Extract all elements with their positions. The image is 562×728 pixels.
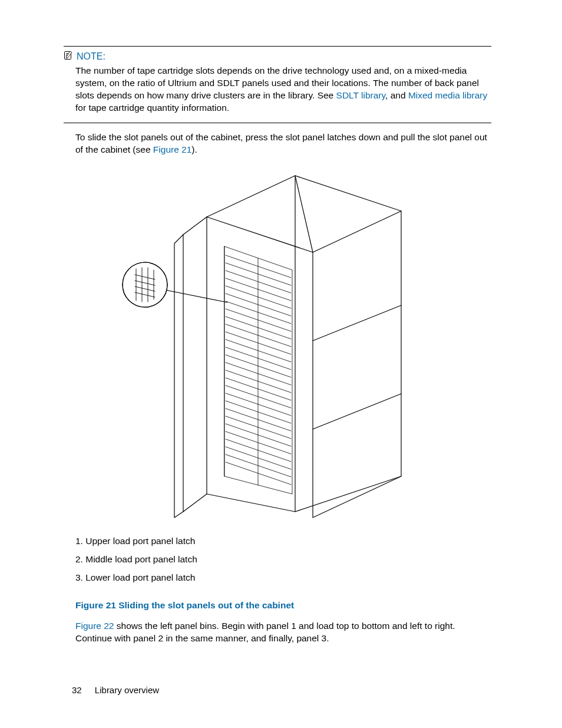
para1-pre: To slide the slot panels out of the cabi… xyxy=(75,132,487,154)
figure-21-caption: Figure 21 Sliding the slot panels out of… xyxy=(75,599,491,612)
section-title: Library overview xyxy=(95,685,159,695)
figure-callout-list: 1. Upper load port panel latch 2. Middle… xyxy=(75,535,491,584)
link-mixed-media-library[interactable]: Mixed media library xyxy=(408,90,487,100)
link-sdlt-library[interactable]: SDLT library xyxy=(336,90,386,100)
callout-1: 1. Upper load port panel latch xyxy=(75,535,491,548)
note-text-post: for tape cartridge quantity information. xyxy=(75,103,229,113)
page-number: 32 xyxy=(72,685,82,695)
para1-post: ). xyxy=(191,144,197,154)
note-label: NOTE: xyxy=(77,50,105,63)
note-heading: NOTE: xyxy=(64,50,491,64)
note-block: NOTE: The number of tape cartridge slots… xyxy=(64,50,491,114)
rule-top xyxy=(64,46,491,47)
figure-21 xyxy=(64,164,491,529)
para2-post: shows the left panel bins. Begin with pa… xyxy=(75,621,455,643)
paragraph-2: Figure 22 shows the left panel bins. Beg… xyxy=(64,620,491,645)
figure-21-image xyxy=(118,164,437,529)
cabinet-illustration xyxy=(118,164,437,529)
rule-bottom xyxy=(64,123,491,123)
page: NOTE: The number of tape cartridge slots… xyxy=(0,0,562,728)
page-footer: 32 Library overview xyxy=(72,684,159,696)
note-text-mid: , and xyxy=(385,90,408,100)
link-figure-21[interactable]: Figure 21 xyxy=(153,144,191,154)
note-icon xyxy=(64,51,73,64)
callout-2: 2. Middle load port panel latch xyxy=(75,554,491,566)
note-body: The number of tape cartridge slots depen… xyxy=(75,65,491,114)
link-figure-22[interactable]: Figure 22 xyxy=(75,621,114,631)
callout-3: 3. Lower load port panel latch xyxy=(75,572,491,584)
paragraph-1: To slide the slot panels out of the cabi… xyxy=(64,131,491,156)
